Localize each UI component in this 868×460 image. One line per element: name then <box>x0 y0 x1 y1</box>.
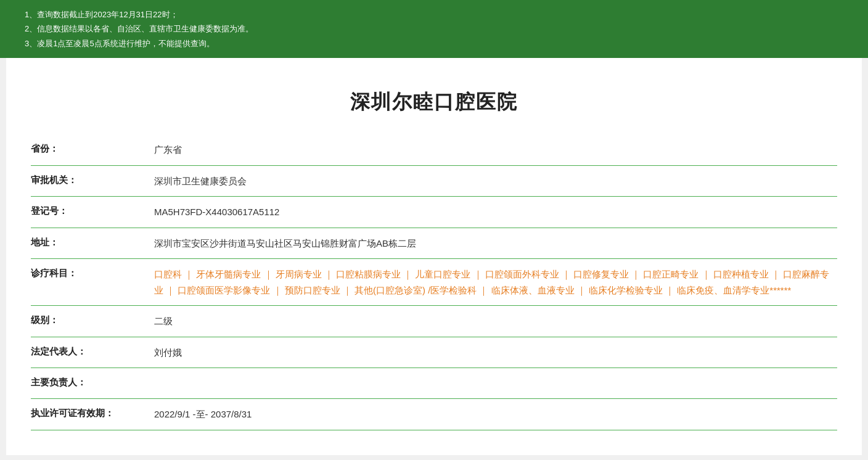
label-departments: 诊疗科目： <box>31 266 154 279</box>
label-level: 级别： <box>31 313 154 326</box>
label-responsible: 主要负责人： <box>31 376 154 388</box>
label-authority: 审批机关： <box>31 173 154 186</box>
value-province: 广东省 <box>154 142 837 158</box>
value-registration: MA5H73FD-X44030617A5112 <box>154 204 837 220</box>
label-legal-rep: 法定代表人： <box>31 345 154 358</box>
row-authority: 审批机关： 深圳市卫生健康委员会 <box>31 166 837 197</box>
row-license-period: 执业许可证有效期： 2022/9/1 -至- 2037/8/31 <box>31 399 837 430</box>
label-address: 地址： <box>31 236 154 248</box>
row-province: 省份： 广东省 <box>31 134 837 166</box>
notice-bar: 1、查询数据截止到2023年12月31日22时； 2、信息数据结果以各省、自治区… <box>0 0 868 58</box>
value-address: 深圳市宝安区沙井街道马安山社区马安山锦胜财富广场AB栋二层 <box>154 236 837 252</box>
label-province: 省份： <box>31 142 154 155</box>
value-license-period: 2022/9/1 -至- 2037/8/31 <box>154 406 837 422</box>
row-registration: 登记号： MA5H73FD-X44030617A5112 <box>31 197 837 228</box>
row-legal-rep: 法定代表人： 刘付娥 <box>31 337 837 369</box>
row-level: 级别： 二级 <box>31 306 837 337</box>
value-departments: 口腔科 ｜ 牙体牙髓病专业 ｜ 牙周病专业 ｜ 口腔粘膜病专业 ｜ 儿童口腔专业… <box>154 266 837 298</box>
value-level: 二级 <box>154 313 837 329</box>
value-authority: 深圳市卫生健康委员会 <box>154 173 837 189</box>
row-responsible: 主要负责人： <box>31 368 837 399</box>
notice-line1: 1、查询数据截止到2023年12月31日22时； <box>25 7 843 22</box>
label-registration: 登记号： <box>31 204 154 217</box>
hospital-title: 深圳尔睦口腔医院 <box>31 70 837 134</box>
row-address: 地址： 深圳市宝安区沙井街道马安山社区马安山锦胜财富广场AB栋二层 <box>31 228 837 260</box>
page-wrapper: 毛毛网9w.net 毛毛网9w.net 毛毛网9w.net 毛毛网9w.net … <box>0 0 868 460</box>
value-legal-rep: 刘付娥 <box>154 345 837 361</box>
main-content: 深圳尔睦口腔医院 省份： 广东省 审批机关： 深圳市卫生健康委员会 登记号： M… <box>6 58 862 455</box>
info-section: 省份： 广东省 审批机关： 深圳市卫生健康委员会 登记号： MA5H73FD-X… <box>31 134 837 430</box>
notice-line3: 3、凌晨1点至凌晨5点系统进行维护，不能提供查询。 <box>25 36 843 51</box>
notice-line2: 2、信息数据结果以各省、自治区、直辖市卫生健康委数据为准。 <box>25 22 843 36</box>
label-license-period: 执业许可证有效期： <box>31 406 154 419</box>
row-departments: 诊疗科目： 口腔科 ｜ 牙体牙髓病专业 ｜ 牙周病专业 ｜ 口腔粘膜病专业 ｜ … <box>31 259 837 306</box>
